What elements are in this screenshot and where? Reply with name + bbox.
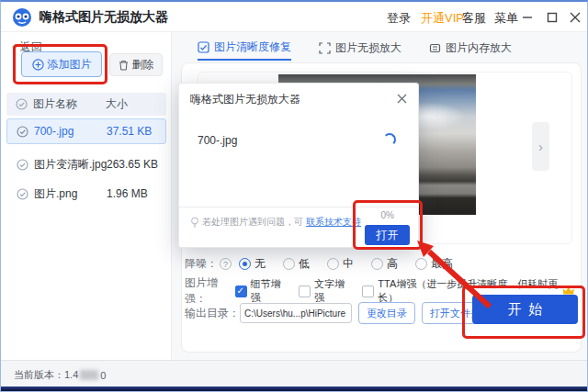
progress-percent: 0% <box>381 210 394 220</box>
file-row-selected[interactable]: 700-.jpg 37.51 KB <box>6 118 166 144</box>
denoise-option-max[interactable]: 最高 <box>415 256 453 272</box>
header-name-label: 图片名称 <box>33 96 77 112</box>
tip-text: 若处理图片遇到问题，可 <box>202 216 303 229</box>
file-name: 700-.jpg <box>34 125 74 138</box>
checkbox-icon <box>299 286 311 297</box>
loading-spinner-icon <box>383 133 396 146</box>
file-name: 图片.png <box>34 186 77 202</box>
mode-tabs: 图片清晰度修复 图片无损放大 图片内存放大 <box>198 40 512 61</box>
title-bar: 嗨格式图片无损放大器 登录 开通VIP 客服 菜单 <box>1 2 587 32</box>
image-repair-icon <box>198 41 209 53</box>
support-link[interactable]: 客服 <box>462 10 486 27</box>
app-window: 嗨格式图片无损放大器 登录 开通VIP 客服 菜单 ‹返回 添加图片 <box>0 0 588 392</box>
radio-icon <box>327 258 339 270</box>
tech-support-link[interactable]: 联系技术支持 <box>306 216 361 229</box>
delete-label: 删除 <box>132 57 154 73</box>
file-sidebar: ‹返回 添加图片 删除 图片名称 大小 700-.jpg <box>1 32 172 360</box>
lightbulb-icon <box>190 217 199 229</box>
blurred-version-segment <box>80 370 98 380</box>
file-name: 图片变清晰.jpg <box>34 157 107 173</box>
radio-label: 最高 <box>431 256 453 272</box>
dialog-file-name: 700-.jpg <box>198 134 237 147</box>
next-image-button[interactable]: › <box>532 122 549 171</box>
radio-selected-icon <box>239 258 251 270</box>
close-icon[interactable] <box>567 9 583 26</box>
denoise-option-mid[interactable]: 中 <box>327 256 354 272</box>
denoise-option-high[interactable]: 高 <box>371 256 398 272</box>
expand-icon <box>319 42 331 54</box>
checkbox-checked-icon <box>235 286 247 297</box>
radio-icon <box>371 258 383 270</box>
vip-link[interactable]: 开通VIP <box>421 10 464 27</box>
menu-link[interactable]: 菜单 <box>494 10 518 27</box>
dialog-footer: 若处理图片遇到问题，可 联系技术支持 0% 打开 <box>179 207 418 249</box>
start-button[interactable]: 开始 <box>472 295 578 324</box>
delete-button[interactable]: 删除 <box>109 53 163 76</box>
radio-icon <box>283 258 295 270</box>
tab-label: 图片无损放大 <box>335 40 401 56</box>
add-image-label: 添加图片 <box>48 57 92 73</box>
radio-label: 低 <box>299 256 310 272</box>
file-size: 37.51 KB <box>107 125 152 138</box>
header-size-label: 大小 <box>106 96 128 112</box>
status-bar: 当前版本：1.4 0 <box>1 360 587 389</box>
check-circle-icon <box>17 188 28 200</box>
checkbox-label: 文字增强 <box>314 277 349 305</box>
denoise-option-low[interactable]: 低 <box>283 256 310 272</box>
chevron-right-icon: › <box>538 139 543 154</box>
dialog-tip: 若处理图片遇到问题，可 联系技术支持 <box>190 216 361 229</box>
tab-clarity-repair[interactable]: 图片清晰度修复 <box>198 40 291 61</box>
dialog-title: 嗨格式图片无损放大器 <box>190 92 300 107</box>
denoise-option-none[interactable]: 无 <box>239 256 266 272</box>
radio-icon <box>415 258 427 270</box>
file-size: 1.96 MB <box>107 187 148 200</box>
file-row[interactable]: 图片变清晰.jpg 263.65 KB <box>6 151 166 177</box>
check-circle-icon <box>17 126 28 138</box>
back-chevron-icon: ‹ <box>12 39 17 53</box>
window-bottom-edge <box>1 386 587 391</box>
tab-label: 图片内存放大 <box>446 40 512 56</box>
login-link[interactable]: 登录 <box>387 10 411 27</box>
radio-label: 高 <box>387 256 398 272</box>
trash-icon <box>119 60 129 71</box>
change-dir-button[interactable]: 更改目录 <box>358 302 415 324</box>
help-icon[interactable]: ? <box>220 258 232 270</box>
checkbox-label: 细节增强 <box>251 277 286 305</box>
app-title: 嗨格式图片无损放大器 <box>40 9 168 26</box>
denoise-row: 降噪： ? 无 低 中 高 最高 <box>185 256 470 272</box>
minimize-icon[interactable] <box>519 9 536 26</box>
tab-memory-enlarge[interactable]: 图片内存放大 <box>429 40 512 61</box>
output-label: 输出目录： <box>185 306 240 321</box>
output-path-input[interactable] <box>240 303 352 323</box>
maximize-icon[interactable] <box>544 9 560 26</box>
file-row[interactable]: 图片.png 1.96 MB <box>6 181 166 207</box>
open-button[interactable]: 打开 <box>365 225 410 245</box>
checkbox-icon <box>362 286 374 297</box>
output-row: 输出目录： 更改目录 打开文件夹 <box>185 302 495 324</box>
enhance-text-checkbox[interactable]: 文字增强 <box>299 277 349 305</box>
denoise-label: 降噪： <box>185 256 218 272</box>
plus-circle-icon <box>32 59 44 71</box>
radio-label: 无 <box>254 256 266 272</box>
version-suffix: 0 <box>100 370 106 381</box>
file-list-header: 图片名称 大小 <box>6 93 166 116</box>
progress-dialog: 嗨格式图片无损放大器 700-.jpg 若处理图片遇到问题，可 联系技术支持 0… <box>178 83 419 248</box>
file-size: 263.65 KB <box>107 158 158 171</box>
dialog-close-icon[interactable] <box>394 91 409 106</box>
radio-label: 中 <box>343 256 354 272</box>
tab-lossless-enlarge[interactable]: 图片无损放大 <box>319 40 401 61</box>
check-circle-icon <box>16 98 28 110</box>
version-prefix: 当前版本：1.4 <box>14 368 78 382</box>
check-circle-icon <box>17 159 28 171</box>
add-image-button[interactable]: 添加图片 <box>21 51 102 77</box>
memory-icon <box>429 42 441 54</box>
enhance-detail-checkbox[interactable]: 细节增强 <box>235 277 286 305</box>
app-logo-icon <box>12 7 32 28</box>
tab-label: 图片清晰度修复 <box>214 39 291 55</box>
